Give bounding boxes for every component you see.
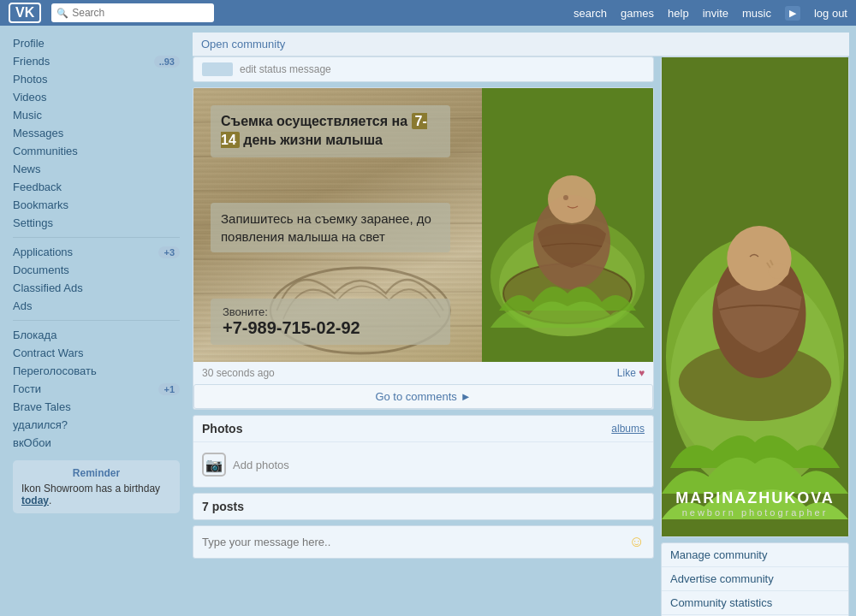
- svg-point-21: [769, 264, 789, 279]
- vk-logo[interactable]: VK: [9, 3, 41, 23]
- profile-photo-card: MARINAZHUKOVA newborn photographer: [661, 56, 849, 537]
- posts-count-bar: 7 posts: [193, 493, 654, 520]
- nav-invite[interactable]: invite: [703, 7, 728, 20]
- search-icon: 🔍: [56, 8, 68, 19]
- albums-link[interactable]: albums: [611, 423, 645, 435]
- profile-photo-inner: MARINAZHUKOVA newborn photographer: [662, 57, 848, 536]
- post-card: Съемка осуществляется на 7-14 день жизни…: [193, 87, 654, 410]
- nav-logout[interactable]: log out: [814, 7, 847, 20]
- post-bg-left: Съемка осуществляется на 7-14 день жизни…: [193, 88, 482, 362]
- main-layout: Profile Friends ..93 Photos Videos Music…: [0, 26, 856, 616]
- community-statistics-button[interactable]: Community statistics: [662, 591, 848, 615]
- sidebar-item-photos[interactable]: Photos: [13, 70, 180, 88]
- sidebar-divider-2: [13, 320, 180, 321]
- photos-title: Photos: [202, 422, 242, 435]
- advertise-community-button[interactable]: Advertise community: [662, 567, 848, 591]
- feed-column: edit status message: [193, 56, 654, 616]
- like-heart-icon: ♥: [639, 367, 645, 379]
- add-photos-label: Add photos: [233, 459, 289, 471]
- sidebar-item-profile[interactable]: Profile: [13, 34, 180, 52]
- sidebar-item-gosti[interactable]: Гости +1: [13, 380, 180, 398]
- reminder-today-link[interactable]: today: [21, 495, 49, 506]
- sidebar-item-ads[interactable]: Ads: [13, 297, 180, 315]
- posts-count: 7 posts: [202, 500, 244, 513]
- nav-links: search games help invite music ▶ log out: [574, 6, 847, 21]
- gosti-badge: +1: [158, 383, 180, 395]
- nav-music[interactable]: music: [742, 7, 771, 20]
- profile-photo-label: MARINAZHUKOVA newborn photographer: [662, 484, 848, 523]
- sidebar-item-udalilsya[interactable]: удалился?: [13, 416, 180, 434]
- sidebar-divider-1: [13, 237, 180, 238]
- sidebar-item-friends[interactable]: Friends ..93: [13, 52, 180, 70]
- friends-badge: ..93: [154, 56, 180, 68]
- reminder-text: Ikon Showroom has a birthday today.: [21, 483, 171, 506]
- sidebar-item-peregolosovat[interactable]: Переголосовать: [13, 362, 180, 380]
- nav-games[interactable]: games: [621, 7, 654, 20]
- sidebar-item-documents[interactable]: Documents: [13, 261, 180, 279]
- post-overlay: Съемка осуществляется на 7-14 день жизни…: [193, 88, 482, 362]
- post-footer: 30 seconds ago Like ♥: [193, 362, 653, 384]
- svg-point-13: [548, 175, 596, 223]
- like-button[interactable]: Like ♥: [617, 367, 645, 379]
- baby-svg: [482, 88, 653, 362]
- emoji-icon[interactable]: ☺: [629, 533, 645, 551]
- message-input-area: ☺: [193, 525, 654, 559]
- sidebar-item-videos[interactable]: Videos: [13, 88, 180, 106]
- sidebar-item-bravetales[interactable]: Brave Tales: [13, 398, 180, 416]
- reminder-box: Reminder Ikon Showroom has a birthday to…: [13, 460, 180, 513]
- post-time: 30 seconds ago: [202, 367, 275, 379]
- sidebar-item-settings[interactable]: Settings: [13, 214, 180, 232]
- top-navigation: VK 🔍 search games help invite music ▶ lo…: [0, 0, 856, 26]
- add-photos-area[interactable]: 📷 Add photos: [193, 442, 653, 487]
- open-community-bar: Open community: [193, 33, 849, 56]
- community-actions: Manage community Advertise community Com…: [661, 542, 849, 616]
- svg-point-20: [727, 226, 791, 291]
- camera-icon: 📷: [202, 453, 226, 477]
- sidebar: Profile Friends ..93 Photos Videos Music…: [0, 26, 188, 616]
- search-box: 🔍: [51, 3, 214, 22]
- sidebar-item-applications[interactable]: Applications +3: [13, 243, 180, 261]
- right-column: MARINAZHUKOVA newborn photographer Manag…: [661, 56, 849, 616]
- sidebar-item-blokada[interactable]: Блокада: [13, 326, 180, 344]
- message-input[interactable]: [202, 536, 622, 548]
- open-community-title: Open community: [201, 38, 285, 50]
- sidebar-item-news[interactable]: News: [13, 160, 180, 178]
- status-avatar: [202, 62, 233, 76]
- go-comments-button[interactable]: Go to comments ►: [193, 384, 653, 409]
- arrow-right-icon: ►: [461, 390, 472, 403]
- nav-help[interactable]: help: [668, 7, 689, 20]
- photographer-photo-svg: [662, 57, 848, 536]
- post-bg-right: [482, 88, 653, 362]
- photographer-subtitle: newborn photographer: [667, 507, 843, 518]
- reminder-title: Reminder: [21, 467, 171, 479]
- applications-badge: +3: [158, 246, 180, 258]
- post-text-block1: Съемка осуществляется на 7-14 день жизни…: [211, 105, 450, 157]
- sidebar-item-communities[interactable]: Communities: [13, 142, 180, 160]
- phone-number: +7-989-715-02-92: [223, 318, 438, 338]
- status-bar: edit status message: [193, 56, 654, 82]
- photos-header: Photos albums: [193, 416, 653, 442]
- post-image: Съемка осуществляется на 7-14 день жизни…: [193, 88, 653, 362]
- more-button[interactable]: ▶: [785, 6, 800, 21]
- post-phone-block: Звоните: +7-989-715-02-92: [211, 299, 450, 345]
- photos-section: Photos albums 📷 Add photos: [193, 415, 654, 488]
- content-area: Open community edit status message: [188, 26, 856, 616]
- manage-community-button[interactable]: Manage community: [662, 543, 848, 567]
- sidebar-item-feedback[interactable]: Feedback: [13, 178, 180, 196]
- photographer-name: MARINAZHUKOVA: [667, 489, 843, 507]
- sidebar-item-music[interactable]: Music: [13, 106, 180, 124]
- sidebar-item-classifiedads[interactable]: Classified Ads: [13, 279, 180, 297]
- nav-search[interactable]: search: [574, 7, 607, 20]
- search-input[interactable]: [72, 7, 209, 19]
- sidebar-item-vkoboi[interactable]: вкОбои: [13, 434, 180, 452]
- sidebar-item-contractwars[interactable]: Contract Wars: [13, 344, 180, 362]
- status-edit-text[interactable]: edit status message: [240, 63, 331, 75]
- svg-point-14: [563, 195, 568, 200]
- post-text-block2: Запишитесь на съемку заранее, до появлен…: [211, 203, 450, 252]
- sidebar-item-messages[interactable]: Messages: [13, 124, 180, 142]
- sidebar-item-bookmarks[interactable]: Bookmarks: [13, 196, 180, 214]
- phone-label: Звоните:: [223, 305, 438, 318]
- content-row: edit status message: [193, 56, 849, 616]
